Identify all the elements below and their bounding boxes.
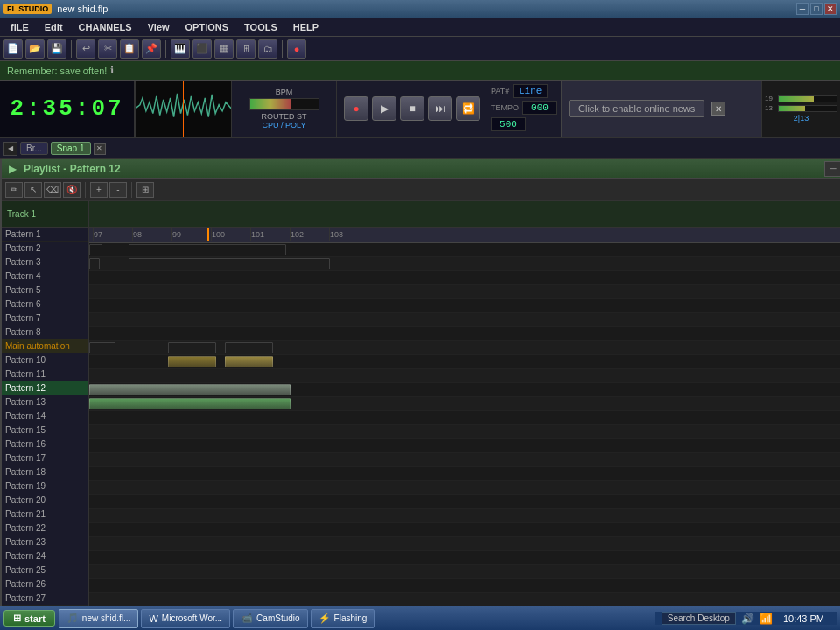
pattern-block-r0[interactable] bbox=[129, 244, 286, 256]
track-row-15[interactable] bbox=[89, 453, 840, 467]
pattern-row-6[interactable]: Pattern 7 bbox=[2, 312, 88, 326]
maximize-button[interactable]: □ bbox=[810, 3, 822, 15]
pattern-row-24[interactable]: Pattern 25 bbox=[2, 564, 88, 578]
pattern-row-14[interactable]: Pattern 15 bbox=[2, 424, 88, 438]
menu-channels[interactable]: CHANNELS bbox=[72, 20, 139, 34]
pattern-block-r1[interactable] bbox=[89, 258, 100, 270]
playlist-minimize[interactable]: ─ bbox=[824, 161, 840, 177]
pl-tool-draw[interactable]: ✏ bbox=[5, 182, 23, 198]
menu-tools[interactable]: TOOLS bbox=[237, 20, 284, 34]
pattern-block-r10[interactable] bbox=[89, 384, 290, 396]
pattern-row-23[interactable]: Pattern 24 bbox=[2, 550, 88, 564]
pl-tool-mute[interactable]: 🔇 bbox=[63, 182, 80, 198]
pattern-row-1[interactable]: Pattern 2 bbox=[2, 242, 88, 256]
pl-zoom-in[interactable]: + bbox=[90, 182, 108, 198]
track-row-16[interactable] bbox=[89, 467, 840, 481]
track-row-5[interactable] bbox=[89, 313, 840, 327]
pattern-row-11[interactable]: Pattern 12 bbox=[2, 382, 88, 396]
tb-step-seq[interactable]: ⬛ bbox=[192, 39, 212, 59]
track-row-3[interactable] bbox=[89, 285, 840, 299]
start-button[interactable]: ⊞ start bbox=[4, 610, 55, 626]
tb-save[interactable]: 💾 bbox=[47, 39, 66, 59]
pattern-block-r1[interactable] bbox=[129, 258, 330, 270]
step-button[interactable]: ⏭ bbox=[428, 96, 452, 121]
minimize-button[interactable]: ─ bbox=[796, 3, 808, 15]
menu-view[interactable]: View bbox=[141, 20, 177, 34]
tb-paste[interactable]: 📌 bbox=[142, 39, 161, 59]
snap-btn[interactable]: Snap 1 bbox=[51, 142, 91, 155]
tb-browser[interactable]: 🗂 bbox=[258, 39, 277, 59]
news-close-btn[interactable]: ✕ bbox=[711, 102, 725, 116]
pattern-row-12[interactable]: Pattern 13 bbox=[2, 396, 88, 410]
pattern-block-r8[interactable] bbox=[225, 356, 273, 368]
pl-zoom-out[interactable]: - bbox=[109, 182, 127, 198]
track-row-13[interactable] bbox=[89, 425, 840, 439]
pattern-row-8[interactable]: Main automation bbox=[2, 340, 88, 354]
pattern-block-r0[interactable] bbox=[89, 244, 102, 256]
track-row-24[interactable] bbox=[89, 579, 840, 593]
close-button[interactable]: ✕ bbox=[824, 3, 836, 15]
taskbar-app-3[interactable]: ⚡Flashing bbox=[311, 609, 375, 628]
track-row-19[interactable] bbox=[89, 509, 840, 523]
online-news-btn[interactable]: Click to enable online news bbox=[569, 100, 704, 117]
track-row-6[interactable] bbox=[89, 327, 840, 341]
timeline-tracks[interactable] bbox=[89, 243, 840, 606]
pattern-row-13[interactable]: Pattern 14 bbox=[2, 410, 88, 424]
pattern-row-21[interactable]: Pattern 22 bbox=[2, 522, 88, 536]
tb-open[interactable]: 📂 bbox=[25, 39, 45, 59]
track-row-12[interactable] bbox=[89, 411, 840, 425]
browse-btn[interactable]: Br... bbox=[20, 142, 48, 155]
pl-tool-select[interactable]: ↖ bbox=[24, 182, 42, 198]
pattern-block-r7[interactable] bbox=[225, 342, 273, 354]
pattern-row-3[interactable]: Pattern 4 bbox=[2, 270, 88, 284]
tb-playlist[interactable]: ▦ bbox=[214, 39, 234, 59]
pattern-row-10[interactable]: Pattern 11 bbox=[2, 368, 88, 382]
pattern-row-16[interactable]: Pattern 17 bbox=[2, 452, 88, 466]
menu-edit[interactable]: Edit bbox=[38, 20, 70, 34]
taskbar-app-1[interactable]: WMicrosoft Wor... bbox=[141, 609, 230, 628]
taskbar-app-2[interactable]: 📹CamStudio bbox=[233, 609, 307, 628]
track-row-21[interactable] bbox=[89, 537, 840, 551]
menu-help[interactable]: HELP bbox=[286, 20, 326, 34]
loop-button[interactable]: 🔁 bbox=[456, 96, 480, 121]
pattern-row-9[interactable]: Pattern 10 bbox=[2, 354, 88, 368]
pattern-row-26[interactable]: Pattern 27 bbox=[2, 592, 88, 606]
play-button[interactable]: ▶ bbox=[372, 96, 396, 121]
record-button[interactable]: ● bbox=[344, 96, 368, 121]
track-row-23[interactable] bbox=[89, 565, 840, 579]
menu-options[interactable]: OPTIONS bbox=[178, 20, 236, 34]
close-panel-btn[interactable]: ✕ bbox=[94, 143, 106, 155]
tb-record[interactable]: ● bbox=[287, 39, 306, 59]
taskbar-app-0[interactable]: 🎵new shid.fl... bbox=[59, 609, 139, 628]
track-row-4[interactable] bbox=[89, 299, 840, 313]
track-row-14[interactable] bbox=[89, 439, 840, 453]
pattern-row-18[interactable]: Pattern 19 bbox=[2, 480, 88, 494]
track-row-20[interactable] bbox=[89, 523, 840, 537]
tb-piano-roll[interactable]: 🎹 bbox=[171, 39, 190, 59]
tb-new[interactable]: 📄 bbox=[4, 39, 23, 59]
tb-mixer[interactable]: 🎚 bbox=[236, 39, 256, 59]
pattern-row-4[interactable]: Pattern 5 bbox=[2, 284, 88, 298]
pattern-block-r7[interactable] bbox=[168, 342, 216, 354]
pattern-row-2[interactable]: Pattern 3 bbox=[2, 256, 88, 270]
track-row-22[interactable] bbox=[89, 551, 840, 565]
tb-undo[interactable]: ↩ bbox=[76, 39, 95, 59]
pl-snap[interactable]: ⊞ bbox=[136, 182, 154, 198]
pattern-row-15[interactable]: Pattern 16 bbox=[2, 438, 88, 452]
pattern-row-5[interactable]: Pattern 6 bbox=[2, 298, 88, 312]
pattern-row-0[interactable]: Pattern 1 bbox=[2, 228, 88, 242]
tb-copy[interactable]: 📋 bbox=[120, 39, 139, 59]
prev-btn[interactable]: ◀ bbox=[4, 142, 18, 156]
track-row-2[interactable] bbox=[89, 271, 840, 285]
pattern-row-22[interactable]: Pattern 23 bbox=[2, 536, 88, 550]
pattern-block-r8[interactable] bbox=[168, 356, 216, 368]
tb-cut[interactable]: ✂ bbox=[98, 39, 117, 59]
menu-file[interactable]: fILE bbox=[4, 20, 36, 34]
stop-button[interactable]: ■ bbox=[400, 96, 424, 121]
pattern-row-25[interactable]: Pattern 26 bbox=[2, 578, 88, 592]
pattern-row-7[interactable]: Pattern 8 bbox=[2, 326, 88, 340]
pattern-row-17[interactable]: Pattern 18 bbox=[2, 466, 88, 480]
track-row-17[interactable] bbox=[89, 481, 840, 495]
pl-tool-erase[interactable]: ⌫ bbox=[44, 182, 61, 198]
pattern-row-20[interactable]: Pattern 21 bbox=[2, 508, 88, 522]
